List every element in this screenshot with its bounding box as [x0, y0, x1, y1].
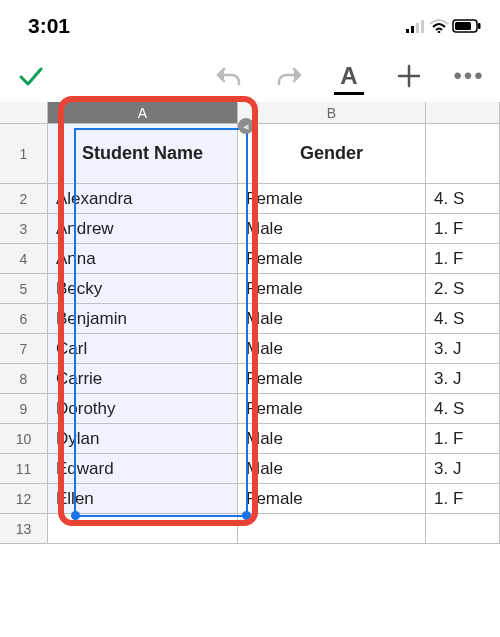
row-header[interactable]: 11	[0, 454, 48, 483]
svg-rect-3	[421, 20, 424, 33]
cell[interactable]: Becky	[48, 274, 238, 303]
table-row: 4 Anna Female 1. F	[0, 244, 500, 274]
cell[interactable]: 4. S	[426, 304, 500, 333]
cell[interactable]: Alexandra	[48, 184, 238, 213]
cell[interactable]: Benjamin	[48, 304, 238, 333]
confirm-button[interactable]	[14, 59, 48, 93]
cell[interactable]: Dylan	[48, 424, 238, 453]
cell[interactable]	[426, 514, 500, 543]
table-row: 3 Andrew Male 1. F	[0, 214, 500, 244]
cell-b1[interactable]: Gender	[238, 124, 426, 183]
table-row: 12 Ellen Female 1. F	[0, 484, 500, 514]
clock: 3:01	[28, 14, 70, 38]
cell[interactable]: Female	[238, 244, 426, 273]
row-header[interactable]: 1	[0, 124, 48, 183]
table-row: 13	[0, 514, 500, 544]
row-header[interactable]: 10	[0, 424, 48, 453]
status-indicators	[406, 14, 482, 38]
table-row: 7 Carl Male 3. J	[0, 334, 500, 364]
row-header[interactable]: 8	[0, 364, 48, 393]
undo-button[interactable]	[212, 59, 246, 93]
row-header[interactable]: 5	[0, 274, 48, 303]
cellular-icon	[406, 14, 426, 38]
column-header-label: B	[327, 105, 336, 121]
cell[interactable]: Female	[238, 274, 426, 303]
spreadsheet[interactable]: A B 1 Student Name Gender 2 Alexandra Fe…	[0, 102, 500, 544]
column-header-b[interactable]: B	[238, 102, 426, 124]
cell[interactable]: 1. F	[426, 484, 500, 513]
row-header[interactable]: 2	[0, 184, 48, 213]
row-header[interactable]: 13	[0, 514, 48, 543]
cell[interactable]: Ellen	[48, 484, 238, 513]
cell-a1[interactable]: Student Name	[48, 124, 238, 183]
row-header[interactable]: 7	[0, 334, 48, 363]
svg-rect-2	[416, 23, 419, 33]
cell-c1[interactable]	[426, 124, 500, 183]
cell[interactable]: Male	[238, 214, 426, 243]
cell[interactable]: 4. S	[426, 184, 500, 213]
cell[interactable]: Female	[238, 484, 426, 513]
battery-icon	[452, 14, 482, 38]
cell[interactable]: 3. J	[426, 364, 500, 393]
more-button[interactable]: •••	[452, 59, 486, 93]
cell[interactable]: 3. J	[426, 454, 500, 483]
column-header-c[interactable]	[426, 102, 500, 124]
table-row: 2 Alexandra Female 4. S	[0, 184, 500, 214]
cell[interactable]: 1. F	[426, 244, 500, 273]
table-row: 6 Benjamin Male 4. S	[0, 304, 500, 334]
table-row: 8 Carrie Female 3. J	[0, 364, 500, 394]
cell[interactable]	[238, 514, 426, 543]
cell[interactable]: Male	[238, 454, 426, 483]
cell[interactable]: 1. F	[426, 424, 500, 453]
cell[interactable]: Dorothy	[48, 394, 238, 423]
toolbar: A •••	[0, 52, 500, 100]
cell[interactable]	[48, 514, 238, 543]
row-header[interactable]: 9	[0, 394, 48, 423]
select-all-corner[interactable]	[0, 102, 48, 124]
cell[interactable]: Male	[238, 334, 426, 363]
table-row: 1 Student Name Gender	[0, 124, 500, 184]
svg-rect-0	[406, 29, 409, 33]
svg-rect-1	[411, 26, 414, 33]
table-row: 10 Dylan Male 1. F	[0, 424, 500, 454]
cell[interactable]: Male	[238, 424, 426, 453]
column-header-label: A	[138, 105, 147, 121]
cell[interactable]: 4. S	[426, 394, 500, 423]
cell[interactable]: Female	[238, 394, 426, 423]
table-row: 11 Edward Male 3. J	[0, 454, 500, 484]
cell[interactable]: 1. F	[426, 214, 500, 243]
cell[interactable]: Anna	[48, 244, 238, 273]
row-header[interactable]: 12	[0, 484, 48, 513]
cell[interactable]: 3. J	[426, 334, 500, 363]
svg-point-4	[438, 31, 441, 33]
underline-icon	[334, 92, 364, 95]
status-bar: 3:01	[0, 0, 500, 44]
cell[interactable]: Female	[238, 184, 426, 213]
table-row: 9 Dorothy Female 4. S	[0, 394, 500, 424]
cell[interactable]: Female	[238, 364, 426, 393]
cell[interactable]: Carrie	[48, 364, 238, 393]
table-row: 5 Becky Female 2. S	[0, 274, 500, 304]
column-header-a[interactable]: A	[48, 102, 238, 124]
row-header[interactable]: 6	[0, 304, 48, 333]
more-icon: •••	[453, 62, 484, 90]
svg-rect-7	[478, 23, 481, 29]
column-header-row: A B	[0, 102, 500, 124]
redo-button[interactable]	[272, 59, 306, 93]
row-header[interactable]: 4	[0, 244, 48, 273]
cell[interactable]: Andrew	[48, 214, 238, 243]
wifi-icon	[429, 14, 449, 38]
cell[interactable]: Carl	[48, 334, 238, 363]
svg-rect-6	[455, 22, 471, 30]
cell[interactable]: 2. S	[426, 274, 500, 303]
text-format-button[interactable]: A	[332, 59, 366, 93]
cell[interactable]: Male	[238, 304, 426, 333]
insert-button[interactable]	[392, 59, 426, 93]
text-format-label: A	[340, 62, 357, 90]
cell[interactable]: Edward	[48, 454, 238, 483]
row-header[interactable]: 3	[0, 214, 48, 243]
